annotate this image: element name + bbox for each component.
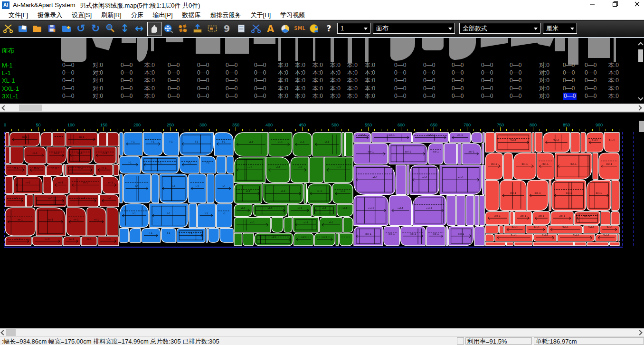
- piece-count-cell[interactable]: 0—0: [254, 62, 266, 69]
- piece-count-cell[interactable]: 对:0: [539, 93, 549, 100]
- piece-count-cell[interactable]: 0—0: [585, 69, 597, 77]
- piece-count-cell[interactable]: 0—0: [481, 85, 493, 92]
- fit-width-icon[interactable]: ↔: [133, 22, 146, 35]
- scroll-left-icon[interactable]: [0, 328, 7, 336]
- panel-hscrollbar[interactable]: [0, 104, 644, 113]
- piece-count-cell[interactable]: 本:0: [608, 62, 619, 69]
- piece-count-cell[interactable]: 本:0: [347, 69, 358, 77]
- piece-thumbnail[interactable]: [422, 38, 444, 50]
- piece-count-cell[interactable]: 本:0: [365, 85, 375, 92]
- piece-count-cell[interactable]: 本:0: [295, 93, 305, 100]
- panel-vscrollbar[interactable]: [637, 40, 644, 103]
- piece-count-cell[interactable]: 本:0: [330, 69, 341, 77]
- piece-count-cell[interactable]: 0—0: [226, 69, 237, 77]
- piece-count-cell[interactable]: 0—0: [168, 77, 180, 84]
- save-icon[interactable]: [45, 22, 58, 35]
- piece-thumbnail[interactable]: [588, 38, 610, 58]
- piece-count-cell[interactable]: 0—0: [452, 77, 464, 84]
- scroll-down-icon[interactable]: [638, 95, 643, 100]
- piece-thumbnail[interactable]: [535, 38, 554, 47]
- panel-vscroll-thumb[interactable]: [638, 49, 643, 62]
- piece-count-cell[interactable]: 0—0: [452, 85, 464, 92]
- piece-count-cell[interactable]: 本:0: [144, 62, 155, 69]
- piece-count-cell[interactable]: 0—0: [423, 93, 435, 100]
- size-label-m-1[interactable]: M-1: [2, 62, 12, 69]
- piece-count-cell[interactable]: 0—0: [394, 69, 406, 77]
- piece-count-cell[interactable]: 0—0: [121, 62, 133, 69]
- menu-refresh[interactable]: 刷新[R]: [96, 11, 126, 19]
- piece-count-cell[interactable]: 0—0: [226, 77, 237, 84]
- menu-settings[interactable]: 设置[S]: [67, 11, 96, 19]
- piece-count-cell[interactable]: 0—0: [481, 62, 493, 69]
- marker-canvas[interactable]: [0, 114, 644, 328]
- sml-icon[interactable]: SML: [293, 22, 306, 35]
- piece-count-cell[interactable]: 0—0: [563, 93, 577, 100]
- piece-count-cell[interactable]: 本:0: [347, 85, 358, 92]
- restore-button[interactable]: [608, 1, 622, 10]
- piece-count-cell[interactable]: 本:0: [295, 85, 305, 92]
- piece-count-cell[interactable]: 0—0: [226, 85, 237, 92]
- menu-output[interactable]: 输出[P]: [148, 11, 178, 19]
- fit-height-icon[interactable]: ↕: [118, 22, 132, 35]
- style-select[interactable]: 全部款式: [459, 23, 540, 34]
- piece-count-cell[interactable]: 0—0: [423, 85, 435, 92]
- piece-thumbnail[interactable]: [614, 38, 616, 62]
- piece-thumbnail[interactable]: [254, 38, 275, 44]
- piece-count-cell[interactable]: 0—0: [423, 69, 435, 77]
- piece-count-cell[interactable]: 0—0: [394, 77, 406, 84]
- piece-count-cell[interactable]: 0—0: [197, 85, 209, 92]
- piece-count-cell[interactable]: 本:0: [144, 85, 155, 92]
- piece-count-cell[interactable]: 0—0: [481, 77, 493, 84]
- piece-count-cell[interactable]: 0—0: [254, 77, 266, 84]
- scroll-left-icon[interactable]: [0, 104, 8, 112]
- piece-count-cell[interactable]: 0—0: [121, 93, 133, 100]
- piece-count-cell[interactable]: 本:0: [295, 62, 305, 69]
- canvas-hscroll-thumb[interactable]: [6, 329, 16, 336]
- piece-count-cell[interactable]: 本:0: [144, 69, 155, 77]
- piece-thumbnail[interactable]: [295, 38, 298, 61]
- size-label-l-1[interactable]: L-1: [2, 69, 11, 77]
- piece-count-cell[interactable]: 0—0: [62, 93, 74, 100]
- piece-count-cell[interactable]: 0—0: [254, 93, 266, 100]
- piece-count-cell[interactable]: 本:0: [608, 69, 619, 77]
- redo-icon[interactable]: ↻: [89, 22, 102, 35]
- scissors-icon[interactable]: [1, 22, 15, 35]
- menu-file[interactable]: 文件[F]: [4, 11, 33, 19]
- piece-count-cell[interactable]: 0—0: [394, 62, 406, 69]
- piece-count-cell[interactable]: 0—0: [585, 93, 597, 100]
- piece-thumbnail[interactable]: [166, 38, 183, 42]
- piece-count-cell[interactable]: 0—0: [394, 93, 406, 100]
- piece-count-cell[interactable]: 0—0: [254, 85, 266, 92]
- menu-about[interactable]: 关于[H]: [246, 11, 276, 19]
- piece-count-cell[interactable]: 0—0: [481, 93, 493, 100]
- piece-count-cell[interactable]: 0—0: [510, 62, 521, 69]
- piece-count-cell[interactable]: 本:0: [608, 85, 619, 92]
- piece-count-cell[interactable]: 本:0: [608, 77, 619, 84]
- piece-count-cell[interactable]: 本:0: [608, 93, 619, 100]
- cut-path-icon[interactable]: [249, 22, 263, 35]
- piece-count-cell[interactable]: 本:0: [313, 62, 323, 69]
- piece-count-cell[interactable]: 0—0: [394, 85, 406, 92]
- piece-count-cell[interactable]: 本:0: [278, 69, 288, 77]
- piece-thumbnail[interactable]: [449, 38, 476, 60]
- piece-count-cell[interactable]: 本:0: [295, 69, 305, 77]
- menu-tutorial-videos[interactable]: 学习视频: [275, 11, 310, 19]
- piece-count-cell[interactable]: 对:0: [93, 69, 103, 77]
- piece-thumbnail[interactable]: [92, 38, 113, 50]
- piece-thumbnail[interactable]: [122, 38, 136, 43]
- nest-icon[interactable]: [176, 22, 189, 35]
- piece-count-cell[interactable]: 本:0: [330, 93, 341, 100]
- piece-count-cell[interactable]: 0—0: [585, 77, 597, 84]
- piece-thumbnail[interactable]: [555, 38, 565, 51]
- cloud-user-icon[interactable]: [308, 22, 321, 35]
- piece-count-cell[interactable]: 0—0: [510, 69, 521, 77]
- piece-count-cell[interactable]: 0—0: [121, 85, 133, 92]
- export-icon[interactable]: [191, 22, 204, 35]
- canvas-hscrollbar[interactable]: [0, 328, 644, 336]
- undo-icon[interactable]: ↺: [75, 22, 88, 35]
- piece-count-cell[interactable]: 对:0: [539, 69, 549, 77]
- size-label-3xl-1[interactable]: 3XL-1: [2, 93, 19, 100]
- piece-count-cell[interactable]: 0—0: [585, 85, 597, 92]
- open-file-icon[interactable]: [16, 22, 29, 35]
- piece-count-cell[interactable]: 本:0: [278, 93, 288, 100]
